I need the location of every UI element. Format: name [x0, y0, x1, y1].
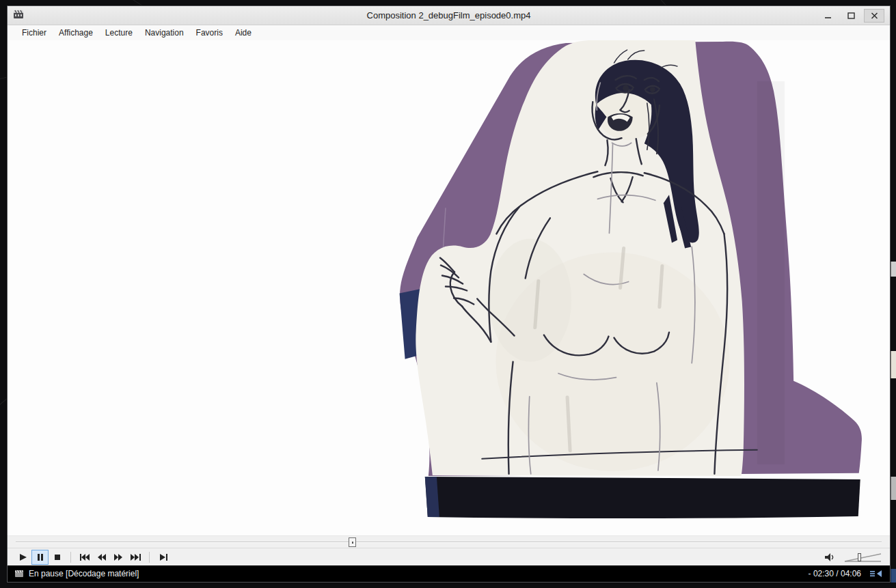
- volume-slider[interactable]: [843, 550, 883, 564]
- playback-status-text: En pause [Décodage matériel]: [29, 569, 139, 578]
- toolbar-separator: [149, 552, 150, 563]
- stop-icon: [53, 553, 62, 561]
- fast-forward-button[interactable]: [110, 550, 127, 565]
- close-icon: [871, 12, 878, 19]
- frame-step-button[interactable]: [154, 550, 172, 565]
- skip-forward-icon: [130, 553, 141, 561]
- play-icon: [18, 553, 28, 561]
- seek-track[interactable]: [16, 542, 882, 543]
- desktop: { "window": { "title": "Composition 2_de…: [0, 0, 896, 588]
- time-display: - 02:30 / 04:06: [809, 569, 861, 578]
- bottom-band: [425, 477, 860, 518]
- maximize-button[interactable]: [841, 9, 861, 23]
- skip-back-button[interactable]: [76, 550, 93, 565]
- menu-item-aide[interactable]: Aide: [229, 26, 258, 40]
- menubar: Fichier Affichage Lecture Navigation Fav…: [8, 25, 890, 40]
- background-window-sliver: [891, 351, 896, 378]
- clapper-icon: [14, 570, 24, 578]
- volume-thumb[interactable]: [858, 553, 861, 561]
- stop-button[interactable]: [49, 550, 66, 565]
- status-audio-icon: [869, 570, 883, 578]
- minimize-button[interactable]: [817, 9, 838, 23]
- statusbar: En pause [Décodage matériel] - 02:30 / 0…: [8, 565, 890, 582]
- window-title: Composition 2_debugFilm_episode0.mp4: [8, 10, 890, 20]
- seekbar: [8, 535, 890, 548]
- video-frame-art: [8, 40, 890, 535]
- menu-item-affichage[interactable]: Affichage: [53, 26, 99, 40]
- play-button[interactable]: [14, 550, 31, 565]
- speaker-icon: [824, 552, 836, 563]
- app-icon: [13, 9, 24, 23]
- maximize-icon: [847, 12, 855, 19]
- frame-step-icon: [158, 553, 168, 561]
- titlebar[interactable]: Composition 2_debugFilm_episode0.mp4: [8, 6, 890, 25]
- toolbar-right: [821, 550, 883, 565]
- volume-wedge-icon: [843, 550, 883, 564]
- background-window-sliver: [891, 569, 896, 583]
- rewind-button[interactable]: [93, 550, 110, 565]
- background-window-sliver: [891, 262, 896, 277]
- status-right: - 02:30 / 04:06: [809, 569, 883, 578]
- menu-item-navigation[interactable]: Navigation: [139, 26, 190, 40]
- menu-item-fichier[interactable]: Fichier: [16, 26, 53, 40]
- menu-item-lecture[interactable]: Lecture: [99, 26, 139, 40]
- minimize-icon: [824, 12, 832, 19]
- player-window: Composition 2_debugFilm_episode0.mp4 Fic…: [7, 5, 891, 583]
- toolbar-separator: [70, 552, 71, 563]
- mute-button[interactable]: [821, 550, 838, 565]
- pause-button[interactable]: [31, 550, 49, 565]
- close-button[interactable]: [864, 9, 884, 23]
- window-controls: [817, 9, 890, 23]
- seek-thumb[interactable]: [349, 537, 356, 547]
- status-left: En pause [Décodage matériel]: [14, 569, 139, 578]
- transport-toolbar: [8, 548, 890, 565]
- fast-forward-icon: [113, 553, 124, 561]
- rewind-icon: [96, 553, 107, 561]
- skip-forward-button[interactable]: [127, 550, 144, 565]
- menu-item-favoris[interactable]: Favoris: [190, 26, 229, 40]
- background-window-sliver: [891, 477, 896, 500]
- video-surface[interactable]: [8, 40, 890, 535]
- pause-icon: [36, 553, 45, 561]
- skip-back-icon: [79, 553, 90, 561]
